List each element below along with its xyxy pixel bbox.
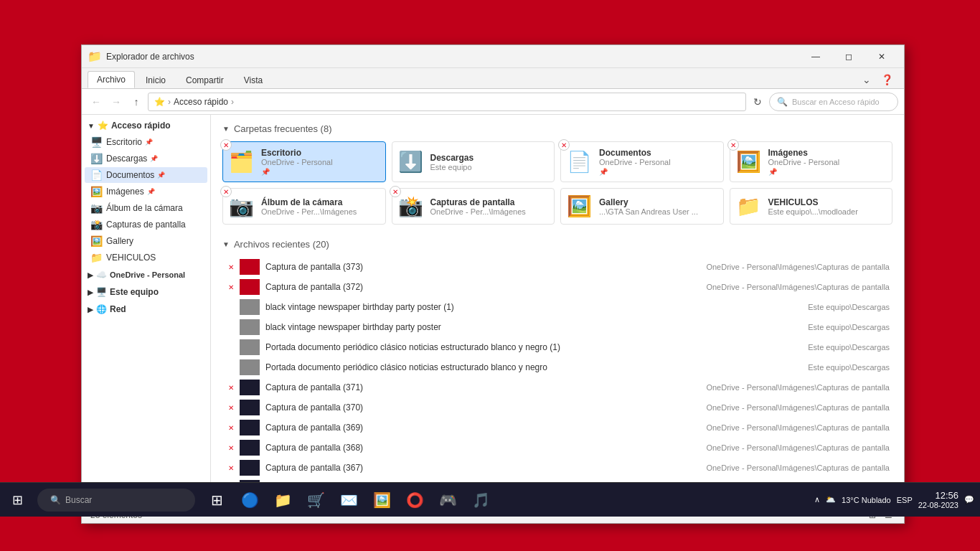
- este-equipo-label: Este equipo: [110, 287, 159, 297]
- recent-item-captura372[interactable]: ✕ Captura de pantalla (372) OneDrive - P…: [222, 277, 892, 297]
- recent-item-captura370[interactable]: ✕ Captura de pantalla (370) OneDrive - P…: [222, 397, 892, 418]
- file-thumbnail: [240, 440, 260, 456]
- taskbar-photos[interactable]: 🖼️: [366, 484, 397, 516]
- folder-icon-album: 📷: [229, 194, 254, 218]
- maximize-button[interactable]: ◻: [832, 45, 865, 68]
- taskbar-edge[interactable]: 🔵: [234, 484, 265, 516]
- recent-item-captura369[interactable]: ✕ Captura de pantalla (369) OneDrive - P…: [222, 418, 892, 438]
- red-icon: 🌐: [96, 304, 107, 314]
- folder-pin-documentos: 📌: [599, 168, 717, 176]
- address-bar: ← → ↑ ⭐ › Acceso rápido › ↻ 🔍 Buscar en …: [82, 89, 904, 115]
- folder-card-gallery[interactable]: 🖼️ Gallery ...\GTA San Andreas User ...: [560, 188, 724, 225]
- taskbar-system-tray: ∧ 🌥️ 13°C Nublado ESP 12:56 22-08-2023 💬: [814, 490, 980, 509]
- system-tray-expand[interactable]: ∧: [814, 495, 820, 504]
- recent-item-captura367[interactable]: ✕ Captura de pantalla (367) OneDrive - P…: [222, 458, 892, 478]
- remove-file-button[interactable]: ✕: [225, 442, 237, 453]
- file-name: Portada documento periódico clásico noti…: [265, 342, 802, 352]
- folder-info-capturas: Capturas de pantalla OneDrive - Per...\I…: [430, 197, 549, 216]
- taskbar-app7[interactable]: 🎮: [432, 484, 463, 516]
- minimize-button[interactable]: —: [799, 45, 832, 68]
- recent-item-captura368[interactable]: ✕ Captura de pantalla (368) OneDrive - P…: [222, 438, 892, 458]
- vehiculos-icon: 📁: [90, 252, 102, 263]
- breadcrumb-quick-access[interactable]: Acceso rápido: [174, 97, 228, 107]
- folder-card-escritorio[interactable]: ✕ 🗂️ Escritorio OneDrive - Personal 📌: [222, 141, 386, 182]
- ribbon-help-button[interactable]: ❓: [878, 71, 895, 88]
- folder-card-capturas[interactable]: ✕ 📸 Capturas de pantalla OneDrive - Per.…: [392, 188, 555, 225]
- recent-item-captura371[interactable]: ✕ Captura de pantalla (371) OneDrive - P…: [222, 377, 892, 397]
- sidebar-item-album[interactable]: 📷 Álbum de la cámara: [85, 200, 207, 216]
- taskbar-search-box[interactable]: 🔍 Buscar: [37, 489, 195, 512]
- tab-archivo[interactable]: Archivo: [88, 71, 135, 88]
- taskbar-explorer[interactable]: 📁: [267, 484, 298, 516]
- red-label: Red: [110, 304, 126, 314]
- file-thumbnail: [240, 299, 260, 315]
- folder-card-documentos[interactable]: ✕ 📄 Documentos OneDrive - Personal 📌: [560, 141, 724, 182]
- folder-card-descargas[interactable]: ⬇️ Descargas Este equipo: [392, 141, 555, 182]
- taskbar-spotify[interactable]: 🎵: [465, 484, 496, 516]
- recent-item-portada[interactable]: Portada documento periódico clásico noti…: [222, 357, 892, 377]
- sidebar-item-vehiculos[interactable]: 📁 VEHICULOS: [85, 250, 207, 265]
- refresh-button[interactable]: ↻: [749, 93, 766, 110]
- up-button[interactable]: ↑: [128, 93, 145, 110]
- remove-file-button[interactable]: ✕: [225, 422, 237, 433]
- ribbon-expand-button[interactable]: ⌄: [858, 71, 875, 88]
- folder-pin-escritorio: 📌: [261, 168, 380, 176]
- close-button[interactable]: ✕: [865, 45, 898, 68]
- remove-album-button[interactable]: ✕: [220, 186, 232, 197]
- remove-escritorio-button[interactable]: ✕: [220, 139, 232, 151]
- sidebar-quick-access-header[interactable]: ▼ ⭐ Acceso rápido: [82, 118, 210, 133]
- remove-documentos-button[interactable]: ✕: [558, 139, 570, 151]
- remove-imagenes-button[interactable]: ✕: [727, 139, 739, 151]
- sidebar-item-capturas[interactable]: 📸 Capturas de pantalla: [85, 217, 207, 232]
- sidebar-item-gallery-label: Gallery: [106, 236, 133, 246]
- remove-file-button[interactable]: ✕: [225, 382, 237, 393]
- folder-path-album: OneDrive - Per...\Imágenes: [261, 207, 380, 216]
- tab-compartir[interactable]: Compartir: [176, 72, 233, 88]
- explorer-main: ▼ ⭐ Acceso rápido 🖥️ Escritorio 📌 ⬇️ Des…: [82, 115, 904, 506]
- remove-capturas-button[interactable]: ✕: [390, 186, 401, 197]
- taskbar-store[interactable]: 🛒: [300, 484, 331, 516]
- sidebar-item-imagenes[interactable]: 🖼️ Imágenes 📌: [85, 184, 207, 199]
- remove-file-button[interactable]: ✕: [225, 462, 237, 474]
- taskbar-mail[interactable]: ✉️: [333, 484, 364, 516]
- sidebar-red-header[interactable]: ▶ 🌐 Red: [82, 301, 210, 317]
- search-box[interactable]: 🔍 Buscar en Acceso rápido: [769, 93, 898, 111]
- sidebar-item-escritorio[interactable]: 🖥️ Escritorio 📌: [85, 134, 207, 150]
- sidebar-item-documentos-label: Documentos: [106, 170, 154, 180]
- frequent-folders-header[interactable]: ▼ Carpetas frecuentes (8): [222, 123, 892, 134]
- time-block[interactable]: 12:56 22-08-2023: [918, 490, 958, 509]
- escritorio-icon: 🖥️: [90, 136, 102, 148]
- sidebar-item-gallery[interactable]: 🖼️ Gallery: [85, 233, 207, 249]
- file-path: OneDrive - Personal\Imágenes\Capturas de…: [706, 443, 890, 452]
- sidebar-section-este-equipo: ▶ 🖥️ Este equipo: [82, 284, 210, 300]
- taskbar-taskview[interactable]: ⊞: [201, 484, 232, 516]
- forward-button[interactable]: →: [108, 93, 125, 110]
- folder-card-vehiculos[interactable]: 📁 VEHICULOS Este equipo\...\modloader: [730, 188, 893, 225]
- recent-item-black-vintage-1[interactable]: black vintage newspaper birthday party p…: [222, 297, 892, 317]
- remove-file-button[interactable]: ✕: [225, 261, 237, 273]
- folder-card-imagenes[interactable]: ✕ 🖼️ Imágenes OneDrive - Personal 📌: [730, 141, 893, 182]
- tab-inicio[interactable]: Inicio: [136, 72, 175, 88]
- taskbar-opera[interactable]: ⭕: [399, 484, 430, 516]
- folder-info-gallery: Gallery ...\GTA San Andreas User ...: [599, 197, 717, 216]
- sidebar-item-descargas[interactable]: ⬇️ Descargas 📌: [85, 151, 207, 166]
- file-thumbnail: [240, 400, 260, 415]
- file-thumbnail: [240, 279, 260, 295]
- back-button[interactable]: ←: [88, 93, 105, 110]
- recent-item-captura373[interactable]: ✕ Captura de pantalla (373) OneDrive - P…: [222, 257, 892, 277]
- address-path[interactable]: ⭐ › Acceso rápido ›: [148, 93, 746, 111]
- notification-icon[interactable]: 💬: [964, 495, 974, 504]
- start-button[interactable]: ⊞: [0, 483, 34, 517]
- folder-path-imagenes: OneDrive - Personal: [768, 158, 887, 166]
- recent-item-black-vintage[interactable]: black vintage newspaper birthday party p…: [222, 317, 892, 337]
- sidebar-item-documentos[interactable]: 📄 Documentos 📌: [85, 167, 207, 183]
- remove-file-button[interactable]: ✕: [225, 402, 237, 413]
- sidebar-este-equipo-header[interactable]: ▶ 🖥️ Este equipo: [82, 284, 210, 300]
- sidebar-onedrive-header[interactable]: ▶ ☁️ OneDrive - Personal: [82, 267, 210, 283]
- recent-item-portada-1[interactable]: Portada documento periódico clásico noti…: [222, 337, 892, 357]
- folder-card-album[interactable]: ✕ 📷 Álbum de la cámara OneDrive - Per...…: [222, 188, 386, 225]
- recent-files-header[interactable]: ▼ Archivos recientes (20): [222, 239, 892, 250]
- remove-file-button[interactable]: ✕: [225, 281, 237, 293]
- pin-icon: 📌: [145, 138, 153, 146]
- tab-vista[interactable]: Vista: [235, 72, 272, 88]
